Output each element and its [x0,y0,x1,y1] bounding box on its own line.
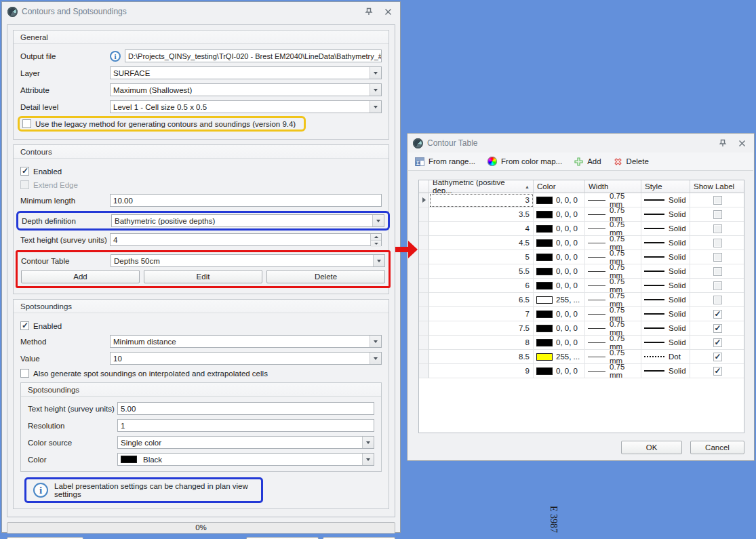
also-generate-checkbox[interactable] [20,369,29,378]
resolution-input[interactable]: 1 [117,419,374,432]
show-label-checkbox[interactable] [713,224,722,233]
row-color-cell[interactable]: 0, 0, 0 [534,250,585,264]
row-width-cell[interactable]: 0.75 mm [585,293,641,307]
row-width-cell[interactable]: 0.75 mm [585,336,641,350]
value-combobox[interactable]: 10 [110,352,382,365]
row-style-cell[interactable]: Solid [641,193,690,207]
table-row[interactable]: 9 0, 0, 0 0.75 mm Solid [419,364,744,378]
row-depth-value[interactable]: 9 [429,364,534,378]
chevron-down-icon[interactable] [373,255,384,266]
show-label-checkbox[interactable] [713,253,722,262]
ss-text-height-input[interactable]: 5.00 [117,402,374,415]
chevron-down-icon[interactable] [370,353,381,364]
show-label-checkbox[interactable] [713,239,722,247]
row-style-cell[interactable]: Solid [641,364,690,378]
edit-contour-table-button[interactable]: Edit [144,270,262,283]
chevron-down-icon[interactable] [372,215,384,226]
chevron-down-icon[interactable] [370,336,381,347]
table-row[interactable]: 8.5 255, ... 0.75 mm Dot [419,350,744,364]
row-color-cell[interactable]: 0, 0, 0 [534,336,585,350]
show-label-checkbox[interactable] [713,367,722,376]
row-width-cell[interactable]: 0.75 mm [585,264,641,279]
show-label-checkbox[interactable] [713,353,722,361]
layer-combobox[interactable]: SURFACE [110,66,382,79]
header-style[interactable]: Style [641,180,690,193]
text-height-stepper[interactable]: 4 [110,233,382,246]
row-depth-value[interactable]: 4.5 [429,236,534,250]
row-color-cell[interactable]: 0, 0, 0 [534,279,585,293]
contour-table-combobox[interactable]: Depths 50cm [111,254,385,267]
attribute-combobox[interactable]: Maximum (Shallowest) [110,83,382,96]
row-width-cell[interactable]: 0.75 mm [585,279,641,293]
header-bathymetric[interactable]: Bathymetric (positive dep... ▲ [429,180,534,193]
output-file-input[interactable]: D:\Projects_QINSy_testing\TrQI-020 - Bre… [125,49,382,62]
row-style-cell[interactable]: Dot [641,350,690,364]
row-color-cell[interactable]: 0, 0, 0 [534,321,585,336]
chevron-down-icon[interactable] [370,101,381,113]
color-combobox[interactable]: Black [117,453,374,466]
row-width-cell[interactable]: 0.75 mm [585,350,641,364]
header-color[interactable]: Color [534,180,585,193]
row-color-cell[interactable]: 0, 0, 0 [534,193,585,207]
row-color-cell[interactable]: 0, 0, 0 [534,236,585,250]
method-combobox[interactable]: Minimum distance [110,335,382,348]
row-style-cell[interactable]: Solid [641,264,690,279]
left-dialog-titlebar[interactable]: Contours and Spotsoundings [2,2,400,21]
legacy-method-checkbox[interactable] [22,119,31,128]
show-label-checkbox[interactable] [713,267,722,276]
row-width-cell[interactable]: 0.75 mm [585,236,641,250]
depth-definition-combobox[interactable]: Bathymetric (positive depths) [111,214,384,227]
delete-contour-table-button[interactable]: Delete [266,270,385,283]
row-style-cell[interactable]: Solid [641,279,690,293]
row-color-cell[interactable]: 0, 0, 0 [534,222,585,236]
color-source-combobox[interactable]: Single color [117,436,374,449]
table-row[interactable]: 3.5 0, 0, 0 0.75 mm Solid [419,207,744,222]
minimum-length-input[interactable]: 10.00 [110,194,382,207]
header-show-label[interactable]: Show Label [690,180,744,193]
close-button[interactable] [735,137,749,149]
cancel-button[interactable]: Cancel [690,441,744,454]
row-style-cell[interactable]: Solid [641,321,690,336]
close-button[interactable] [381,5,395,18]
row-width-cell[interactable]: 0.75 mm [585,207,641,222]
row-depth-value[interactable]: 7 [429,307,534,321]
table-row[interactable]: 3 0, 0, 0 0.75 mm Solid [419,193,744,207]
table-row[interactable]: 5.5 0, 0, 0 0.75 mm Solid [419,264,744,279]
row-width-cell[interactable]: 0.75 mm [585,193,641,207]
row-color-cell[interactable]: 0, 0, 0 [534,307,585,321]
row-depth-value[interactable]: 5 [429,250,534,264]
row-width-cell[interactable]: 0.75 mm [585,307,641,321]
row-style-cell[interactable]: Solid [641,222,690,236]
table-row[interactable]: 6.5 255, ... 0.75 mm Solid [419,293,744,307]
chevron-down-icon[interactable] [370,67,381,79]
from-range-button[interactable]: From range... [415,157,475,166]
row-width-cell[interactable]: 0.75 mm [585,321,641,336]
table-row[interactable]: 5 0, 0, 0 0.75 mm Solid [419,250,744,264]
add-contour-table-button[interactable]: Add [21,270,140,283]
row-depth-value[interactable]: 6.5 [429,293,534,307]
add-row-button[interactable]: Add [574,157,601,166]
spin-up-icon[interactable] [371,234,381,241]
contours-enabled-checkbox[interactable] [20,167,29,176]
table-row[interactable]: 7.5 0, 0, 0 0.75 mm Solid [419,321,744,336]
row-color-cell[interactable]: 255, ... [534,350,585,364]
from-color-map-button[interactable]: From color map... [488,157,562,166]
row-depth-value[interactable]: 3.5 [429,207,534,222]
spin-down-icon[interactable] [371,241,381,247]
row-color-cell[interactable]: 0, 0, 0 [534,207,585,222]
delete-row-button[interactable]: Delete [614,157,649,166]
ok-button[interactable]: OK [621,441,682,454]
row-style-cell[interactable]: Solid [641,236,690,250]
table-row[interactable]: 6 0, 0, 0 0.75 mm Solid [419,279,744,293]
row-style-cell[interactable]: Solid [641,293,690,307]
show-label-checkbox[interactable] [713,310,722,319]
row-color-cell[interactable]: 255, ... [534,293,585,307]
spotsoundings-enabled-checkbox[interactable] [20,321,29,330]
show-label-checkbox[interactable] [713,196,722,205]
show-label-checkbox[interactable] [713,296,722,304]
row-depth-value[interactable]: 4 [429,222,534,236]
table-row[interactable]: 4.5 0, 0, 0 0.75 mm Solid [419,236,744,250]
table-row[interactable]: 8 0, 0, 0 0.75 mm Solid [419,336,744,350]
row-depth-value[interactable]: 5.5 [429,264,534,279]
row-width-cell[interactable]: 0.75 mm [585,250,641,264]
